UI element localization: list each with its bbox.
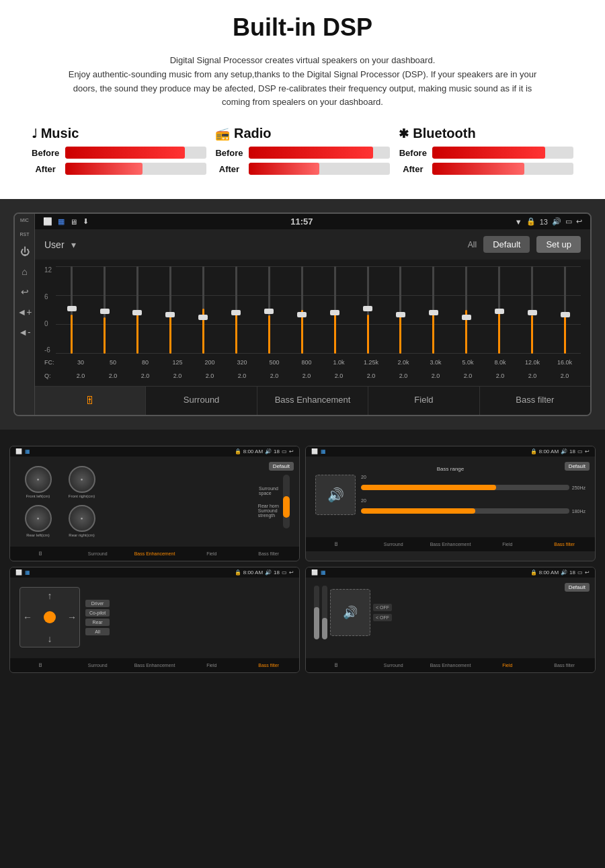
ss1-tab-field[interactable]: Field	[184, 549, 239, 558]
fader-col-7[interactable]	[286, 266, 318, 354]
tab-bass-filter[interactable]: Bass filter	[480, 387, 590, 415]
ss2-tab-eq[interactable]: 🎚	[309, 540, 364, 549]
fader-handle-12[interactable]	[462, 315, 471, 320]
vol-up-icon[interactable]: ◄+	[17, 307, 32, 317]
bf-off-btn-2[interactable]: < OFF	[373, 614, 392, 621]
fader-handle-1[interactable]	[100, 309, 110, 314]
fader-fill-5	[235, 313, 237, 354]
rst-label: RST	[20, 232, 30, 237]
ss4-tab-bass-filter[interactable]: Bass filter	[536, 661, 592, 670]
default-button[interactable]: Default	[483, 236, 530, 253]
ss2-tab-bass-filter[interactable]: Bass filter	[536, 540, 592, 549]
field-btn-rear[interactable]: Rear	[85, 619, 110, 626]
preset-dropdown-icon[interactable]: ▾	[71, 239, 76, 250]
status-time: 11:57	[290, 216, 313, 227]
fader-track-5	[235, 266, 237, 354]
ss1-default-btn[interactable]: Default	[269, 462, 294, 471]
ss3-tab-bass-filter[interactable]: Bass filter	[241, 661, 296, 670]
fader-col-11[interactable]	[417, 266, 449, 354]
fader-handle-14[interactable]	[528, 310, 537, 315]
ss1-battery: 18	[274, 448, 280, 455]
fader-col-2[interactable]	[122, 266, 153, 354]
tab-surround[interactable]: Surround	[146, 387, 257, 415]
ss3-tab-field[interactable]: Field	[184, 661, 239, 670]
ss-bf-status: ⬜ ▦ 🔒 8:00 AM 🔊 18 ▭ ↩	[306, 567, 595, 578]
page-title: Built-in DSP	[27, 13, 578, 42]
q-value-9: 2.0	[355, 372, 387, 379]
fader-col-1[interactable]	[89, 266, 120, 354]
ss2-tab-bass-enh[interactable]: Bass Enhancement	[423, 540, 479, 549]
fader-col-15[interactable]	[549, 266, 581, 354]
ss4-tab-surround[interactable]: Surround	[366, 661, 421, 670]
ss3-tab-surround[interactable]: Surround	[70, 661, 126, 670]
field-btn-driver[interactable]: Driver	[85, 600, 110, 607]
ss1-tab-bass-enh[interactable]: Bass Enhancement	[127, 549, 183, 558]
fader-col-6[interactable]	[253, 266, 285, 354]
fader-handle-8[interactable]	[330, 310, 339, 315]
bf-off-btn-1[interactable]: < OFF	[373, 604, 392, 611]
ss4-tab-field[interactable]: Field	[479, 661, 535, 670]
ss3-tab-eq[interactable]: 🎚	[13, 661, 69, 670]
ss1-win: ▭	[282, 448, 287, 455]
fader-col-13[interactable]	[483, 266, 515, 354]
nav-back-icon[interactable]: ↩	[576, 217, 582, 226]
fader-handle-13[interactable]	[495, 309, 504, 314]
after-bar-fill	[65, 163, 143, 175]
tab-bass-enhancement[interactable]: Bass Enhancement	[257, 387, 368, 415]
fader-handle-10[interactable]	[396, 312, 405, 317]
radio-icon: 📻	[215, 126, 230, 141]
fader-handle-6[interactable]	[264, 309, 274, 314]
ss1-tab-surround[interactable]: Surround	[70, 549, 126, 558]
fader-handle-9[interactable]	[363, 306, 372, 311]
fader-handle-5[interactable]	[231, 310, 241, 315]
ba-after-bluetooth: After	[399, 163, 573, 175]
tab-eq[interactable]: 🎚	[35, 387, 146, 415]
ss2-tab-field[interactable]: Field	[479, 540, 535, 549]
field-btn-copilot[interactable]: Co-pilot	[85, 609, 110, 617]
fader-fill-11	[432, 313, 434, 354]
fader-col-4[interactable]	[188, 266, 219, 354]
fader-handle-4[interactable]	[198, 315, 208, 320]
power-icon[interactable]: ⏻	[20, 246, 30, 257]
ss3-tab-bass-enh[interactable]: Bass Enhancement	[127, 661, 183, 670]
fader-col-14[interactable]	[516, 266, 548, 354]
ss1-back: ↩	[289, 448, 294, 455]
fader-handle-15[interactable]	[561, 312, 570, 317]
status-right: ▼ 🔒 13 🔊 ▭ ↩	[515, 217, 582, 226]
after-bar-bg-3	[432, 163, 573, 175]
fader-col-9[interactable]	[352, 266, 384, 354]
fader-col-5[interactable]	[220, 266, 252, 354]
freq-label-8: 1.0k	[323, 359, 355, 366]
dsp-main-content: ⬜ ▦ 🖥 ⬇ 11:57 ▼ 🔒 13 🔊 ▭ ↩ User ▾	[35, 214, 590, 415]
ss4-default-btn[interactable]: Default	[565, 583, 590, 592]
ss2-tab-surround[interactable]: Surround	[366, 540, 421, 549]
ss1-tab-eq[interactable]: 🎚	[13, 549, 69, 558]
vol-down-icon[interactable]: ◄-	[18, 327, 31, 338]
bf-fader-1	[314, 586, 319, 639]
fader-col-12[interactable]	[450, 266, 482, 354]
back-icon[interactable]: ↩	[21, 286, 29, 297]
fader-col-8[interactable]	[319, 266, 351, 354]
ba-comparison-row: ♩ Music Before After 📻 Radio	[27, 126, 578, 179]
fader-col-0[interactable]	[56, 266, 87, 354]
field-btn-all[interactable]: All	[85, 628, 110, 635]
fader-handle-0[interactable]	[67, 306, 77, 311]
fader-handle-11[interactable]	[429, 310, 438, 315]
tab-field[interactable]: Field	[368, 387, 479, 415]
q-values: 2.02.02.02.02.02.02.02.02.02.02.02.02.02…	[65, 370, 581, 382]
ba-after-music: After	[32, 163, 206, 175]
ss4-tab-eq[interactable]: 🎚	[309, 661, 364, 670]
ss4-tab-bass-enh[interactable]: Bass Enhancement	[423, 661, 479, 670]
fader-track-8	[334, 266, 336, 354]
fader-handle-2[interactable]	[132, 310, 142, 315]
ss1-time: 8:00 AM	[243, 448, 263, 455]
fader-handle-7[interactable]	[297, 312, 307, 317]
fader-col-10[interactable]	[385, 266, 417, 354]
before-bar-bg-3	[432, 147, 573, 159]
fader-handle-3[interactable]	[165, 312, 175, 317]
home-icon[interactable]: ⌂	[22, 266, 27, 277]
ss2-default-btn[interactable]: Default	[565, 462, 590, 471]
setup-button[interactable]: Set up	[536, 236, 581, 253]
ss1-tab-bass-filter[interactable]: Bass filter	[241, 549, 296, 558]
fader-col-3[interactable]	[155, 266, 186, 354]
